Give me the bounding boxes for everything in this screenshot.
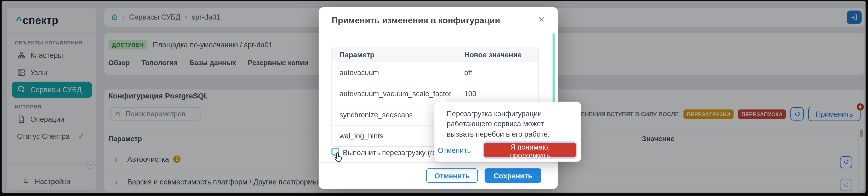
popover-message: Перезагрузка конфигурации работающего се… <box>447 109 572 140</box>
new-value-header: Новое значение <box>464 50 538 59</box>
modal-footer: Отменить Сохранить <box>426 168 541 183</box>
popover-actions: Отменить Я понимаю, продолжить <box>434 143 576 157</box>
page: ^ спектр ОБЪЕКТЫ УПРАВЛЕНИЯ Кластеры Узл… <box>0 0 868 196</box>
close-icon[interactable]: ✕ <box>535 15 548 24</box>
modal-title: Применить изменения в конфигурации <box>332 15 500 26</box>
table-row: autovacuum off <box>332 62 538 83</box>
param-value: off <box>464 69 538 77</box>
modal-footer-divider <box>318 162 558 163</box>
param-name: autovacuum <box>332 69 464 77</box>
param-name: autovacuum_vacuum_scale_factor <box>332 89 464 98</box>
param-value: 100 <box>464 89 538 98</box>
param-header: Параметр <box>332 50 464 59</box>
table-row: autovacuum_vacuum_scale_factor 100 <box>332 83 538 105</box>
reload-warning-popover: Перезагрузка конфигурации работающего се… <box>434 102 581 162</box>
hand-cursor-icon <box>334 152 344 163</box>
changes-table-header: Параметр Новое значение <box>332 47 538 63</box>
modal-cancel-button[interactable]: Отменить <box>426 168 478 183</box>
popover-cancel-button[interactable]: Отменить <box>434 145 474 155</box>
popover-confirm-button[interactable]: Я понимаю, продолжить <box>484 143 576 157</box>
modal-header-divider <box>318 33 558 33</box>
modal-save-button[interactable]: Сохранить <box>485 168 541 183</box>
